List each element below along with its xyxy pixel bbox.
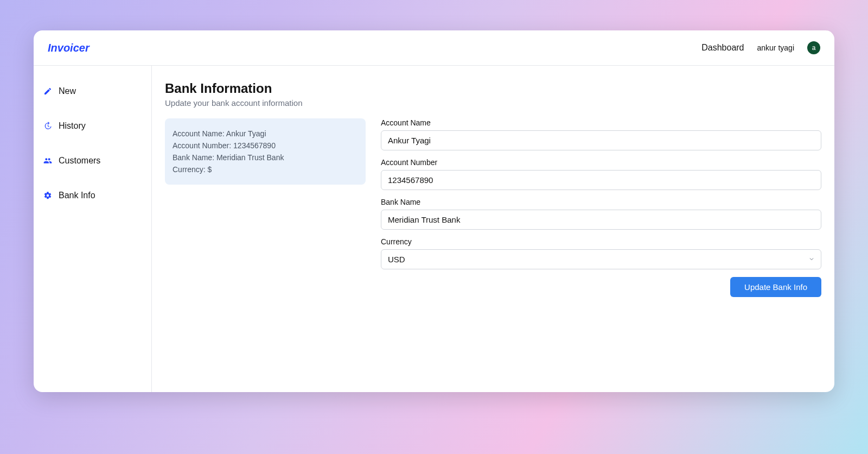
summary-value: $: [208, 165, 212, 174]
account-number-input[interactable]: [381, 170, 821, 190]
update-bank-info-button[interactable]: Update Bank Info: [730, 277, 821, 297]
app-window: Invoicer Dashboard ankur tyagi a New His…: [34, 30, 834, 392]
sidebar-item-label: Customers: [59, 156, 100, 166]
page-subtitle: Update your bank account information: [165, 98, 821, 108]
app-body: New History Customers Bank Info: [34, 66, 834, 392]
content-row: Account Name: Ankur Tyagi Account Number…: [165, 118, 821, 297]
summary-bank-name: Bank Name: Meridian Trust Bank: [173, 153, 358, 162]
edit-icon: [43, 87, 52, 96]
form-actions: Update Bank Info: [381, 277, 821, 297]
brand-logo[interactable]: Invoicer: [48, 42, 90, 54]
history-icon: [43, 122, 52, 130]
sidebar-item-label: New: [59, 86, 76, 96]
sidebar-item-label: Bank Info: [59, 191, 95, 200]
topbar-right: Dashboard ankur tyagi a: [701, 41, 820, 54]
dashboard-link[interactable]: Dashboard: [701, 43, 744, 53]
users-icon: [43, 156, 52, 165]
summary-value: Ankur Tyagi: [226, 129, 266, 138]
summary-label: Account Number:: [173, 141, 233, 150]
sidebar: New History Customers Bank Info: [34, 66, 152, 392]
summary-label: Account Name:: [173, 129, 226, 138]
account-name-label: Account Name: [381, 118, 821, 127]
gear-icon: [43, 191, 52, 200]
field-account-name: Account Name: [381, 118, 821, 150]
sidebar-item-label: History: [59, 121, 86, 131]
main-content: Bank Information Update your bank accoun…: [152, 66, 834, 392]
summary-label: Currency:: [173, 165, 208, 174]
field-bank-name: Bank Name: [381, 198, 821, 230]
sidebar-item-bank-info[interactable]: Bank Info: [43, 185, 142, 206]
bank-name-label: Bank Name: [381, 198, 821, 206]
avatar[interactable]: a: [807, 41, 820, 54]
page-title: Bank Information: [165, 81, 821, 96]
summary-value: Meridian Trust Bank: [216, 153, 284, 162]
summary-account-name: Account Name: Ankur Tyagi: [173, 129, 358, 138]
bank-summary-card: Account Name: Ankur Tyagi Account Number…: [165, 118, 366, 185]
summary-value: 1234567890: [233, 141, 276, 150]
username-label: ankur tyagi: [757, 43, 794, 52]
currency-label: Currency: [381, 237, 821, 246]
summary-account-number: Account Number: 1234567890: [173, 141, 358, 150]
account-number-label: Account Number: [381, 158, 821, 167]
sidebar-item-customers[interactable]: Customers: [43, 150, 142, 171]
account-name-input[interactable]: [381, 130, 821, 150]
field-account-number: Account Number: [381, 158, 821, 190]
sidebar-item-new[interactable]: New: [43, 81, 142, 102]
bank-name-input[interactable]: [381, 210, 821, 230]
currency-select[interactable]: USD: [381, 249, 821, 269]
field-currency: Currency USD: [381, 237, 821, 269]
sidebar-item-history[interactable]: History: [43, 116, 142, 136]
summary-currency: Currency: $: [173, 165, 358, 174]
topbar: Invoicer Dashboard ankur tyagi a: [34, 30, 834, 66]
bank-form: Account Name Account Number Bank Name Cu…: [381, 118, 821, 297]
summary-label: Bank Name:: [173, 153, 216, 162]
